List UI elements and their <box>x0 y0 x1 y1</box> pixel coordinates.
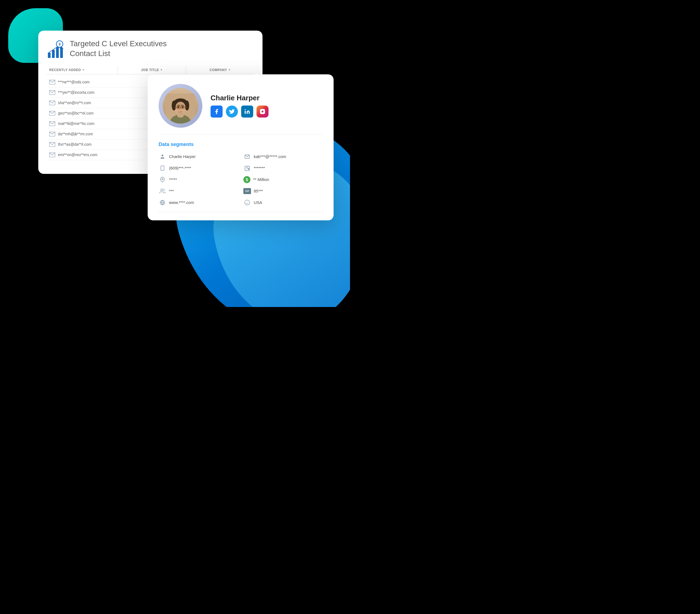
contact-email-value: kab***@*****.com <box>254 154 286 159</box>
mail-icon <box>49 80 55 85</box>
revenue-icon: $ <box>243 176 250 183</box>
col-recently-added[interactable]: RECENTLY ADDED ▼ <box>47 66 117 74</box>
profile-section: Charlie Harper <box>159 84 323 135</box>
mail-icon <box>49 142 55 147</box>
svg-rect-38 <box>161 166 164 170</box>
svg-point-42 <box>162 178 163 179</box>
twitter-icon[interactable] <box>226 105 238 117</box>
email-text: tho**as@da**il.com <box>58 142 91 147</box>
contact-detail-card: Charlie Harper Data <box>148 74 334 220</box>
avatar <box>163 88 198 124</box>
svg-point-28 <box>177 106 179 108</box>
chevron-recently-icon: ▼ <box>82 68 85 71</box>
contact-zip-value: 85*** <box>254 189 263 193</box>
svg-point-29 <box>182 106 184 108</box>
svg-rect-2 <box>48 52 51 58</box>
contact-location-value: ***** <box>169 177 177 182</box>
website-icon <box>159 199 166 206</box>
svg-point-46 <box>245 200 250 205</box>
badge-icon <box>243 164 251 172</box>
contact-country-value: USA <box>254 200 262 205</box>
data-item-zip: ZIP 85*** <box>243 187 323 195</box>
contact-name-value: Charlie Harper <box>169 154 196 159</box>
card-header: $ Targeted C Level Executives Contact Li… <box>47 39 254 60</box>
email-text: emi**on@reu**ers.com <box>58 152 97 157</box>
svg-text:$: $ <box>59 42 61 46</box>
svg-line-26 <box>174 107 176 108</box>
svg-rect-4 <box>56 47 59 58</box>
data-item-revenue: $ ** Million <box>243 176 323 184</box>
email-text: da**mh@jk**rm.com <box>58 132 93 136</box>
person-icon <box>159 153 166 161</box>
email-text: sha**on@ro**t.com <box>58 101 91 105</box>
avatar-wrapper <box>159 84 202 128</box>
data-grid: Charlie Harper kab***@*****.com (609)***… <box>159 153 323 206</box>
contact-id-value: ******* <box>254 166 265 170</box>
data-item-country: USA <box>243 199 323 206</box>
page-title: Targeted C Level Executives Contact List <box>70 39 167 59</box>
contact-name-area: Charlie Harper <box>211 94 268 117</box>
data-item-name: Charlie Harper <box>159 153 238 161</box>
email-icon <box>243 153 251 161</box>
email-text: geo**sn@bc**el.com <box>58 111 93 115</box>
svg-rect-3 <box>52 50 55 58</box>
svg-rect-32 <box>245 111 246 114</box>
mail-icon <box>49 132 55 136</box>
svg-point-36 <box>162 154 163 156</box>
email-text: mat**kl@me**kc.com <box>58 121 94 126</box>
data-item-employees: *** <box>159 187 238 195</box>
instagram-icon[interactable] <box>257 105 268 117</box>
email-text: ***ne***@ods.com <box>58 80 89 84</box>
svg-line-27 <box>185 107 187 108</box>
svg-point-43 <box>161 189 163 190</box>
svg-point-41 <box>248 168 249 170</box>
table-header: RECENTLY ADDED ▼ JOB TITLE ▼ COMPANY ▼ <box>47 66 254 74</box>
location-icon <box>159 176 166 184</box>
mail-icon <box>49 101 55 105</box>
phone-icon <box>159 164 166 172</box>
logo-icon: $ <box>47 40 66 60</box>
social-icons <box>211 105 268 117</box>
chevron-jobtitle-icon: ▼ <box>160 68 163 71</box>
contact-revenue-value: ** Million <box>253 177 269 182</box>
country-icon <box>243 199 251 206</box>
mail-icon <box>49 121 55 126</box>
chevron-company-icon: ▼ <box>228 68 231 71</box>
svg-point-33 <box>245 109 246 110</box>
linkedin-icon[interactable] <box>241 105 253 117</box>
zip-icon: ZIP <box>243 188 251 194</box>
employees-icon <box>159 187 166 195</box>
contact-website-value: www.****.com <box>169 200 194 205</box>
data-item-email: kab***@*****.com <box>243 153 323 161</box>
data-item-website: www.****.com <box>159 199 238 206</box>
data-item-phone: (609)***-**** <box>159 164 238 172</box>
main-scene: $ Targeted C Level Executives Contact Li… <box>38 30 312 277</box>
svg-point-21 <box>185 101 189 111</box>
col-company[interactable]: COMPANY ▼ <box>186 66 254 74</box>
mail-icon <box>49 90 55 95</box>
svg-rect-5 <box>60 48 63 58</box>
contact-employees-value: *** <box>169 189 174 193</box>
mail-icon <box>49 152 55 157</box>
mail-icon <box>49 111 55 116</box>
email-text: ***yer**@incorta.com <box>58 90 94 95</box>
facebook-icon[interactable] <box>211 105 223 117</box>
svg-point-20 <box>172 101 176 111</box>
data-item-id: ******* <box>243 164 323 172</box>
contact-phone-value: (609)***-**** <box>169 166 191 170</box>
col-job-title[interactable]: JOB TITLE ▼ <box>117 66 186 74</box>
contact-name: Charlie Harper <box>211 94 268 102</box>
data-item-location: ***** <box>159 176 238 184</box>
data-segments-title: Data segments <box>159 142 323 147</box>
svg-point-31 <box>177 113 184 117</box>
